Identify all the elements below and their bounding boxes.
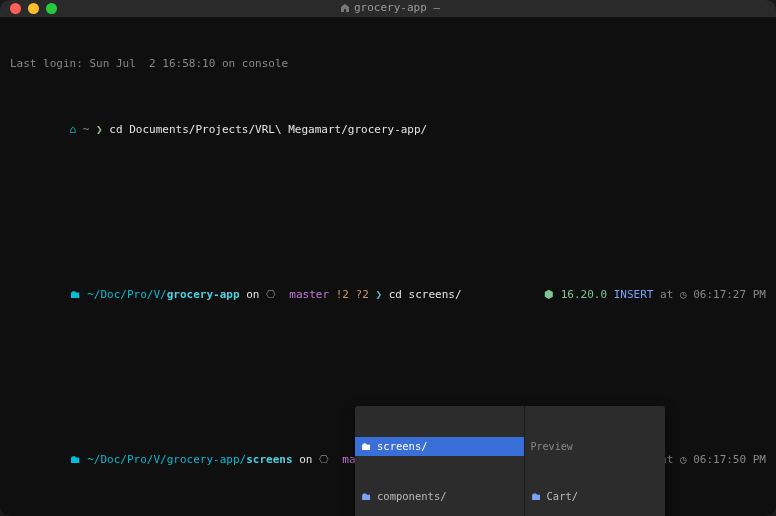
completion-popup[interactable]: 🖿screens/ 🖿components/ ⌂~ 🖿assets/ 🖿cust…: [355, 406, 665, 517]
titlebar: grocery-app —: [0, 0, 776, 17]
command: cd screens/: [389, 288, 462, 301]
command: cd Documents/Projects/VRL\ Megamart/groc…: [109, 123, 427, 136]
branch-icon: [329, 453, 336, 466]
preview-item: 🖿Cart/: [525, 488, 665, 507]
folder-icon: 🖿: [70, 288, 81, 301]
completion-item[interactable]: 🖿screens/: [355, 437, 524, 456]
branch-icon: [276, 288, 283, 301]
terminal[interactable]: Last login: Sun Jul 2 16:58:10 on consol…: [0, 17, 776, 517]
clock-icon: ◷: [680, 453, 687, 466]
folder-icon: 🖿: [531, 489, 542, 505]
folder-icon: 🖿: [361, 439, 372, 455]
preview-header: Preview: [525, 437, 665, 456]
window-title: grocery-app —: [14, 0, 766, 17]
folder-icon: 🖿: [361, 489, 372, 505]
node-icon: ⬢: [544, 288, 554, 301]
completion-item[interactable]: 🖿components/: [355, 487, 524, 506]
clock-icon: ◷: [680, 288, 687, 301]
github-icon: ⎔: [319, 453, 329, 466]
github-icon: ⎔: [266, 288, 276, 301]
home-icon: ⌂: [70, 123, 77, 136]
last-login: Last login: Sun Jul 2 16:58:10 on consol…: [10, 56, 766, 73]
folder-icon: 🖿: [70, 453, 81, 466]
